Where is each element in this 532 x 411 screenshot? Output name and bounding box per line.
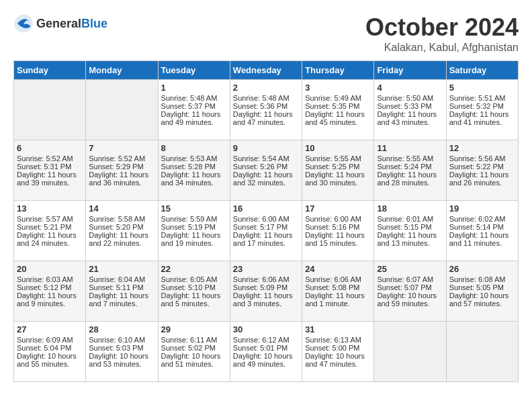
- daylight-text: Daylight: 11 hours and 13 minutes.: [377, 231, 443, 247]
- day-number: 28: [89, 324, 154, 334]
- day-number: 14: [89, 203, 154, 214]
- day-number: 15: [161, 203, 227, 214]
- daylight-text: Daylight: 11 hours and 5 minutes.: [161, 291, 227, 308]
- day-number: 11: [377, 143, 443, 153]
- sunrise-text: Sunrise: 6:07 AM: [377, 275, 443, 283]
- day-number: 7: [89, 143, 154, 153]
- sunrise-text: Sunrise: 6:02 AM: [449, 215, 515, 223]
- sunset-text: Sunset: 5:32 PM: [449, 102, 515, 110]
- logo-general-text: General: [36, 17, 81, 30]
- day-number: 23: [233, 264, 299, 274]
- daylight-text: Daylight: 11 hours and 19 minutes.: [161, 231, 227, 247]
- day-number: 10: [305, 143, 371, 153]
- sunrise-text: Sunrise: 5:49 AM: [305, 94, 371, 102]
- calendar-cell: 24Sunrise: 6:06 AMSunset: 5:08 PMDayligh…: [302, 261, 374, 322]
- title-area: October 2024 Kalakan, Kabul, Afghanistan: [365, 13, 519, 54]
- sunrise-text: Sunrise: 6:00 AM: [305, 215, 371, 223]
- sunset-text: Sunset: 5:07 PM: [377, 283, 443, 291]
- calendar-cell: 2Sunrise: 5:48 AMSunset: 5:36 PMDaylight…: [230, 80, 302, 140]
- sunrise-text: Sunrise: 6:10 AM: [89, 336, 154, 344]
- calendar-cell: [86, 80, 158, 140]
- day-number: 16: [233, 203, 299, 214]
- daylight-text: Daylight: 11 hours and 47 minutes.: [233, 110, 299, 126]
- sunrise-text: Sunrise: 6:01 AM: [377, 215, 443, 223]
- sunrise-text: Sunrise: 5:52 AM: [17, 154, 83, 163]
- daylight-text: Daylight: 10 hours and 55 minutes.: [17, 352, 83, 368]
- sunrise-text: Sunrise: 5:55 AM: [305, 154, 371, 163]
- day-number: 24: [305, 264, 371, 274]
- daylight-text: Daylight: 11 hours and 1 minute.: [305, 291, 371, 308]
- day-number: 4: [377, 83, 443, 93]
- sunset-text: Sunset: 5:36 PM: [233, 102, 299, 110]
- calendar-cell: 5Sunrise: 5:51 AMSunset: 5:32 PMDaylight…: [446, 80, 518, 140]
- sunset-text: Sunset: 5:04 PM: [17, 344, 83, 352]
- logo: GeneralBlue: [13, 13, 107, 34]
- daylight-text: Daylight: 11 hours and 17 minutes.: [233, 231, 299, 247]
- day-number: 2: [233, 83, 299, 93]
- daylight-text: Daylight: 11 hours and 36 minutes.: [89, 171, 154, 187]
- calendar-cell: 3Sunrise: 5:49 AMSunset: 5:35 PMDaylight…: [302, 80, 374, 140]
- day-number: 1: [161, 83, 227, 93]
- sunset-text: Sunset: 5:16 PM: [305, 223, 371, 231]
- header: GeneralBlue October 2024 Kalakan, Kabul,…: [13, 13, 519, 54]
- sunset-text: Sunset: 5:03 PM: [89, 344, 154, 352]
- calendar-cell: 30Sunrise: 6:12 AMSunset: 5:01 PMDayligh…: [230, 322, 302, 382]
- calendar-cell: 7Sunrise: 5:52 AMSunset: 5:29 PMDaylight…: [86, 140, 158, 201]
- day-number: 31: [305, 324, 371, 334]
- day-number: 6: [17, 143, 83, 153]
- sunrise-text: Sunrise: 6:13 AM: [305, 336, 371, 344]
- sunset-text: Sunset: 5:14 PM: [449, 223, 515, 231]
- day-number: 9: [233, 143, 299, 153]
- calendar-cell: 11Sunrise: 5:55 AMSunset: 5:24 PMDayligh…: [374, 140, 446, 201]
- calendar-cell: 10Sunrise: 5:55 AMSunset: 5:25 PMDayligh…: [302, 140, 374, 201]
- sunset-text: Sunset: 5:35 PM: [305, 102, 371, 110]
- sunrise-text: Sunrise: 5:55 AM: [377, 154, 443, 163]
- daylight-text: Daylight: 11 hours and 3 minutes.: [233, 291, 299, 308]
- calendar-cell: 17Sunrise: 6:00 AMSunset: 5:16 PMDayligh…: [302, 201, 374, 261]
- sunrise-text: Sunrise: 6:11 AM: [161, 336, 227, 344]
- calendar-cell: 31Sunrise: 6:13 AMSunset: 5:00 PMDayligh…: [302, 322, 374, 382]
- daylight-text: Daylight: 11 hours and 26 minutes.: [449, 171, 515, 187]
- sunset-text: Sunset: 5:05 PM: [449, 283, 515, 291]
- sunset-text: Sunset: 5:08 PM: [305, 283, 371, 291]
- sunrise-text: Sunrise: 6:12 AM: [233, 336, 299, 344]
- calendar-cell: 14Sunrise: 5:58 AMSunset: 5:20 PMDayligh…: [86, 201, 158, 261]
- sunset-text: Sunset: 5:20 PM: [89, 223, 154, 231]
- daylight-text: Daylight: 11 hours and 45 minutes.: [305, 110, 371, 126]
- calendar-header-row: SundayMondayTuesdayWednesdayThursdayFrid…: [14, 61, 519, 80]
- calendar-week-row: 6Sunrise: 5:52 AMSunset: 5:31 PMDaylight…: [14, 140, 519, 201]
- sunrise-text: Sunrise: 5:58 AM: [89, 215, 154, 223]
- sunset-text: Sunset: 5:00 PM: [305, 344, 371, 352]
- calendar-cell: 23Sunrise: 6:06 AMSunset: 5:09 PMDayligh…: [230, 261, 302, 322]
- calendar-cell: 8Sunrise: 5:53 AMSunset: 5:28 PMDaylight…: [158, 140, 230, 201]
- sunset-text: Sunset: 5:33 PM: [377, 102, 443, 110]
- calendar-cell: 26Sunrise: 6:08 AMSunset: 5:05 PMDayligh…: [446, 261, 518, 322]
- sunrise-text: Sunrise: 6:06 AM: [305, 275, 371, 283]
- sunset-text: Sunset: 5:21 PM: [17, 223, 83, 231]
- sunset-text: Sunset: 5:25 PM: [305, 163, 371, 171]
- sunrise-text: Sunrise: 5:57 AM: [17, 215, 83, 223]
- calendar-cell: 18Sunrise: 6:01 AMSunset: 5:15 PMDayligh…: [374, 201, 446, 261]
- day-number: 27: [17, 324, 83, 334]
- calendar-cell: 20Sunrise: 6:03 AMSunset: 5:12 PMDayligh…: [14, 261, 86, 322]
- sunset-text: Sunset: 5:31 PM: [17, 163, 83, 171]
- calendar-cell: 13Sunrise: 5:57 AMSunset: 5:21 PMDayligh…: [14, 201, 86, 261]
- location-title: Kalakan, Kabul, Afghanistan: [365, 42, 519, 54]
- sunrise-text: Sunrise: 5:56 AM: [449, 154, 515, 163]
- logo-blue-text: Blue: [81, 17, 107, 30]
- calendar-cell: 12Sunrise: 5:56 AMSunset: 5:22 PMDayligh…: [446, 140, 518, 201]
- day-number: 20: [17, 264, 83, 274]
- day-number: 26: [449, 264, 515, 274]
- calendar-week-row: 27Sunrise: 6:09 AMSunset: 5:04 PMDayligh…: [14, 322, 519, 382]
- calendar-week-row: 13Sunrise: 5:57 AMSunset: 5:21 PMDayligh…: [14, 201, 519, 261]
- calendar-cell: 4Sunrise: 5:50 AMSunset: 5:33 PMDaylight…: [374, 80, 446, 140]
- sunrise-text: Sunrise: 6:00 AM: [233, 215, 299, 223]
- daylight-text: Daylight: 11 hours and 39 minutes.: [17, 171, 83, 187]
- day-number: 13: [17, 203, 83, 214]
- weekday-header: Wednesday: [230, 61, 302, 80]
- sunrise-text: Sunrise: 5:51 AM: [449, 94, 515, 102]
- day-number: 17: [305, 203, 371, 214]
- calendar-cell: 16Sunrise: 6:00 AMSunset: 5:17 PMDayligh…: [230, 201, 302, 261]
- calendar-cell: 15Sunrise: 5:59 AMSunset: 5:19 PMDayligh…: [158, 201, 230, 261]
- sunset-text: Sunset: 5:22 PM: [449, 163, 515, 171]
